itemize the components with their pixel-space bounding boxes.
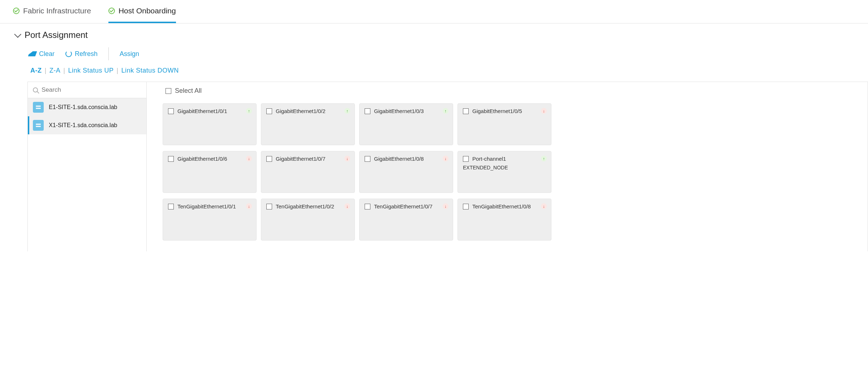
arrow-down-icon: ↓ — [443, 203, 448, 209]
refresh-icon — [65, 51, 72, 57]
select-all-checkbox[interactable] — [166, 88, 171, 94]
port-name: GigabitEthernet1/0/1 — [177, 108, 227, 114]
divider — [108, 47, 109, 60]
port-checkbox[interactable] — [365, 204, 370, 209]
search-box — [28, 82, 146, 98]
port-card[interactable]: TenGigabitEthernet1/0/8↓ — [457, 199, 551, 241]
search-icon — [33, 87, 38, 92]
port-name: GigabitEthernet1/0/6 — [177, 156, 227, 162]
tabs: Fabric Infrastructure Host Onboarding — [0, 0, 868, 23]
svg-rect-0 — [36, 106, 41, 107]
switch-icon — [33, 120, 44, 131]
port-card[interactable]: GigabitEthernet1/0/5↓ — [457, 103, 551, 145]
port-card[interactable]: GigabitEthernet1/0/3↑ — [359, 103, 453, 145]
port-name: TenGigabitEthernet1/0/7 — [374, 203, 433, 209]
sidebar: E1-SITE-1.sda.conscia.lab X1-SITE-1.sda.… — [27, 82, 147, 251]
svg-rect-1 — [36, 108, 41, 109]
sort-link-down[interactable]: Link Status DOWN — [121, 67, 179, 74]
port-name: GigabitEthernet1/0/5 — [472, 108, 522, 114]
select-all-label: Select All — [175, 87, 202, 95]
port-card[interactable]: GigabitEthernet1/0/6↓ — [163, 151, 257, 193]
port-checkbox[interactable] — [463, 156, 469, 162]
port-checkbox[interactable] — [463, 108, 469, 114]
section-header[interactable]: Port Assignment — [0, 23, 868, 43]
tab-label: Fabric Infrastructure — [23, 7, 91, 15]
assign-button[interactable]: Assign — [120, 50, 139, 58]
select-all[interactable]: Select All — [163, 87, 857, 95]
port-checkbox[interactable] — [168, 156, 174, 162]
tab-label: Host Onboarding — [119, 7, 176, 15]
arrow-down-icon: ↓ — [443, 156, 448, 161]
divider: | — [63, 67, 65, 74]
arrow-up-icon: ↑ — [443, 108, 448, 114]
sort-bar: A-Z | Z-A | Link Status UP | Link Status… — [0, 64, 868, 82]
switch-icon — [33, 102, 44, 113]
sort-az[interactable]: A-Z — [30, 67, 42, 74]
assign-label: Assign — [120, 50, 139, 58]
sort-link-up[interactable]: Link Status UP — [68, 67, 113, 74]
port-card[interactable]: GigabitEthernet1/0/8↓ — [359, 151, 453, 193]
port-card[interactable]: TenGigabitEthernet1/0/1↓ — [163, 199, 257, 241]
clear-label: Clear — [39, 50, 55, 58]
arrow-up-icon: ↑ — [541, 156, 547, 161]
check-circle-icon — [108, 8, 115, 14]
clear-button[interactable]: Clear — [29, 50, 55, 58]
port-checkbox[interactable] — [266, 108, 272, 114]
port-subtext: EXTENDED_NODE — [463, 165, 546, 170]
port-name: TenGigabitEthernet1/0/8 — [472, 203, 531, 209]
port-name: GigabitEthernet1/0/8 — [374, 156, 424, 162]
section-title: Port Assignment — [25, 30, 88, 40]
port-card[interactable]: GigabitEthernet1/0/1↑ — [163, 103, 257, 145]
port-checkbox[interactable] — [168, 204, 174, 209]
content: E1-SITE-1.sda.conscia.lab X1-SITE-1.sda.… — [27, 82, 868, 251]
svg-rect-3 — [36, 126, 41, 127]
tab-host-onboarding[interactable]: Host Onboarding — [108, 7, 176, 23]
arrow-up-icon: ↑ — [246, 108, 252, 114]
device-item[interactable]: X1-SITE-1.sda.conscia.lab — [28, 116, 146, 134]
port-card[interactable]: GigabitEthernet1/0/7↓ — [261, 151, 355, 193]
arrow-down-icon: ↓ — [246, 156, 252, 161]
port-name: GigabitEthernet1/0/3 — [374, 108, 424, 114]
port-card[interactable]: Port-channel1EXTENDED_NODE↑ — [457, 151, 551, 193]
check-circle-icon — [13, 8, 20, 14]
toolbar: Clear Refresh Assign — [0, 43, 868, 64]
port-checkbox[interactable] — [365, 156, 370, 162]
port-card[interactable]: TenGigabitEthernet1/0/7↓ — [359, 199, 453, 241]
refresh-button[interactable]: Refresh — [65, 50, 98, 58]
arrow-up-icon: ↑ — [344, 108, 350, 114]
main: Select All GigabitEthernet1/0/1↑GigabitE… — [147, 82, 868, 251]
port-grid: GigabitEthernet1/0/1↑GigabitEthernet1/0/… — [163, 103, 857, 241]
search-input[interactable] — [42, 86, 141, 94]
port-card[interactable]: GigabitEthernet1/0/2↑ — [261, 103, 355, 145]
device-item[interactable]: E1-SITE-1.sda.conscia.lab — [28, 98, 146, 116]
device-list: E1-SITE-1.sda.conscia.lab X1-SITE-1.sda.… — [28, 98, 146, 134]
arrow-down-icon: ↓ — [246, 203, 252, 209]
arrow-down-icon: ↓ — [344, 203, 350, 209]
arrow-down-icon: ↓ — [344, 156, 350, 161]
port-name: TenGigabitEthernet1/0/1 — [177, 203, 236, 209]
device-name: X1-SITE-1.sda.conscia.lab — [49, 122, 117, 129]
refresh-label: Refresh — [75, 50, 98, 58]
port-name: Port-channel1 — [472, 156, 506, 162]
eraser-icon — [28, 51, 37, 56]
arrow-down-icon: ↓ — [541, 108, 547, 114]
port-checkbox[interactable] — [365, 108, 370, 114]
divider: | — [116, 67, 118, 74]
port-name: GigabitEthernet1/0/2 — [276, 108, 326, 114]
chevron-down-icon — [14, 31, 21, 38]
tab-fabric-infrastructure[interactable]: Fabric Infrastructure — [13, 7, 91, 23]
port-checkbox[interactable] — [266, 156, 272, 162]
port-name: GigabitEthernet1/0/7 — [276, 156, 326, 162]
port-checkbox[interactable] — [168, 108, 174, 114]
port-checkbox[interactable] — [266, 204, 272, 209]
port-card[interactable]: TenGigabitEthernet1/0/2↓ — [261, 199, 355, 241]
port-checkbox[interactable] — [463, 204, 469, 209]
sort-za[interactable]: Z-A — [50, 67, 61, 74]
svg-rect-2 — [36, 124, 41, 125]
port-name: TenGigabitEthernet1/0/2 — [276, 203, 334, 209]
arrow-down-icon: ↓ — [541, 203, 547, 209]
device-name: E1-SITE-1.sda.conscia.lab — [49, 104, 117, 111]
359: | — [45, 67, 47, 74]
